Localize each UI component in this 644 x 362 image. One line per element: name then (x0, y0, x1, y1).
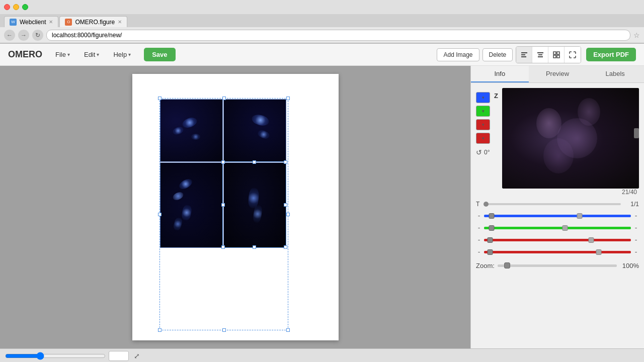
ch-red2-track[interactable] (484, 251, 631, 253)
close-button[interactable] (4, 4, 10, 10)
ch-red1-thumb2[interactable] (589, 237, 594, 243)
omero-favicon: O (65, 19, 72, 26)
ch-red1-thumb1[interactable] (487, 237, 493, 243)
minimize-button[interactable] (13, 4, 19, 10)
reload-button[interactable]: ↻ (32, 30, 43, 41)
t-slider-track[interactable] (486, 203, 621, 205)
resize-handle-tr[interactable] (286, 97, 290, 100)
fullscreen-icon[interactable]: ⤢ (134, 352, 140, 360)
svg-rect-5 (538, 56, 543, 57)
ch-red2-thumb1[interactable] (487, 249, 493, 255)
svg-rect-8 (553, 55, 556, 58)
svg-rect-0 (521, 52, 527, 53)
tab-info[interactable]: Info (471, 66, 529, 82)
ch-green-minus[interactable]: - (476, 224, 482, 232)
ch-green-plus[interactable]: - (633, 224, 639, 232)
svg-rect-9 (557, 55, 559, 58)
ch-red1-minus[interactable]: - (476, 236, 482, 244)
tab-preview[interactable]: Preview (529, 66, 587, 82)
image-panel-2[interactable] (223, 99, 286, 162)
ch-red1-plus[interactable]: - (633, 236, 639, 244)
channel-red1-button[interactable]: ▾ (476, 119, 490, 130)
svg-rect-3 (537, 52, 543, 53)
add-image-button[interactable]: Add Image (437, 48, 479, 61)
resize-handle-bl[interactable] (158, 328, 162, 332)
canvas-area[interactable] (0, 66, 470, 348)
ch-red1-track[interactable] (484, 239, 631, 241)
t-slider-row: T 1/1 (476, 201, 639, 208)
forward-button[interactable]: → (18, 30, 29, 41)
svg-rect-4 (538, 54, 542, 55)
expand-icon (569, 51, 577, 59)
tab-webclient[interactable]: W Webclient ✕ (4, 16, 58, 27)
svg-rect-6 (553, 52, 556, 54)
ch-red2-plus[interactable]: - (633, 248, 639, 256)
zoom-row: Zoom: 100% (476, 260, 639, 272)
t-slider-thumb[interactable] (484, 202, 489, 207)
back-button[interactable]: ← (4, 30, 15, 41)
panel-content: ▾ ▾ ▾ (471, 83, 644, 348)
tab-omero-label: OMERO.figure (75, 19, 115, 26)
ch-red2-minus[interactable]: - (476, 248, 482, 256)
title-bar (0, 0, 644, 14)
edit-caret-icon: ▾ (97, 52, 99, 57)
menu-edit[interactable]: Edit ▾ (79, 49, 104, 60)
tab-labels[interactable]: Labels (586, 66, 644, 82)
channel-red2-caret: ▾ (482, 136, 485, 141)
address-bar: ← → ↻ ☆ (0, 27, 644, 43)
resize-handle-bm[interactable] (222, 328, 226, 332)
ch-red2-thumb2[interactable] (596, 249, 601, 255)
ch-blue-thumb2[interactable] (577, 213, 582, 219)
address-input[interactable] (46, 30, 630, 41)
channel-green-caret: ▾ (482, 109, 485, 114)
align-center-button[interactable] (532, 47, 548, 63)
tab-webclient-label: Webclient (20, 19, 46, 26)
delete-button[interactable]: Delete (482, 48, 513, 61)
browser-chrome: W Webclient ✕ O OMERO.figure ✕ ← → ↻ ☆ (0, 0, 644, 44)
channel-row-red1: ▾ (476, 119, 490, 130)
ch-blue-thumb1[interactable] (489, 213, 494, 219)
channel-slider-red1: - - (476, 236, 639, 244)
channel-row-red2: ▾ (476, 133, 490, 144)
bookmark-icon[interactable]: ☆ (633, 31, 640, 39)
rotate-icon: ↺ (476, 148, 482, 156)
maximize-button[interactable] (22, 4, 28, 10)
ch-blue-track[interactable] (484, 215, 631, 217)
ch-blue-plus[interactable]: - (633, 212, 639, 220)
image-panel-4[interactable] (223, 162, 286, 248)
channel-row-green: ▾ (476, 106, 490, 117)
fullscreen-toggle-button[interactable] (565, 47, 581, 63)
menu-file[interactable]: File ▾ (50, 49, 75, 60)
align-left-button[interactable]: Align Left (516, 47, 532, 63)
zoom-thumb[interactable] (504, 262, 510, 268)
bottom-zoom-slider[interactable] (5, 352, 106, 360)
channel-red2-button[interactable]: ▾ (476, 133, 490, 144)
ch-blue-minus[interactable]: - (476, 212, 482, 220)
zoom-track[interactable] (498, 264, 617, 267)
resize-handle-mr[interactable] (286, 213, 290, 216)
menu-help[interactable]: Help ▾ (108, 49, 136, 60)
resize-handle-br[interactable] (286, 328, 290, 332)
bottom-zoom-input[interactable]: 67 (109, 351, 129, 361)
image-panel-1[interactable] (160, 99, 223, 162)
canvas-paper (132, 74, 339, 340)
export-pdf-button[interactable]: Export PDF (586, 48, 636, 61)
channel-green-button[interactable]: ▾ (476, 106, 490, 117)
tab-webclient-close[interactable]: ✕ (49, 19, 53, 25)
tab-omero-figure[interactable]: O OMERO.figure ✕ (59, 16, 127, 27)
rotate-row: ↺ 0° (476, 148, 490, 156)
ch-green-thumb1[interactable] (489, 225, 494, 231)
save-button[interactable]: Save (144, 48, 175, 61)
info-main: ▾ ▾ ▾ (476, 88, 639, 196)
z-column: Z (494, 88, 498, 196)
channel-blue-button[interactable]: ▾ (476, 92, 490, 103)
channels-column: ▾ ▾ ▾ (476, 88, 490, 196)
tab-bar: W Webclient ✕ O OMERO.figure ✕ (0, 14, 644, 27)
ch-green-thumb2[interactable] (562, 225, 568, 231)
tab-omero-close[interactable]: ✕ (118, 19, 122, 25)
bottom-bar: 67 ⤢ (0, 348, 644, 362)
file-caret-icon: ▾ (67, 52, 70, 57)
image-panel-3[interactable] (160, 162, 223, 248)
align-grid-button[interactable] (548, 47, 565, 63)
ch-green-track[interactable] (484, 227, 631, 229)
